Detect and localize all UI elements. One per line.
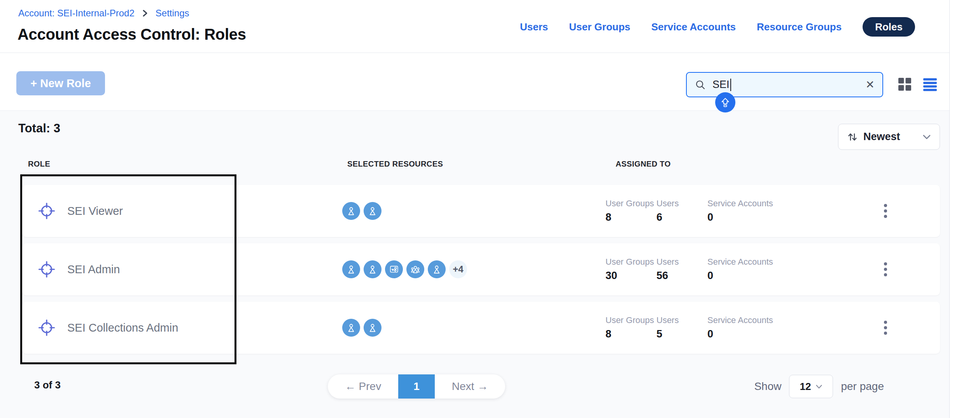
access-control-tabs: Users User Groups Service Accounts Resou… (520, 17, 915, 37)
chevron-down-icon (922, 134, 931, 140)
chevron-down-icon (816, 384, 822, 389)
search-value: SEI (712, 79, 730, 91)
selected-resources-cell (342, 185, 382, 237)
assigned-label: Users (656, 198, 707, 209)
sort-arrows-icon (847, 132, 858, 142)
assigned-value: 6 (656, 211, 707, 223)
group-avatar-icon (406, 260, 424, 278)
role-cell: SEI Collections Admin (38, 302, 178, 354)
user-avatar-icon (342, 319, 360, 337)
next-page-button[interactable]: Next → (435, 374, 505, 399)
sort-dropdown[interactable]: Newest (838, 124, 940, 150)
tab-roles-active[interactable]: Roles (863, 17, 915, 37)
role-target-icon (38, 260, 56, 278)
user-avatar-icon (342, 260, 360, 278)
assigned-label: Service Accounts (707, 315, 797, 325)
assigned-label: Users (656, 257, 707, 267)
breadcrumb: Account: SEI-Internal-Prod2 Settings (18, 8, 189, 19)
new-role-button[interactable]: + New Role (16, 71, 105, 95)
assigned-label: User Groups (606, 315, 656, 325)
page-size-value: 12 (800, 381, 811, 393)
row-menu-kebab-icon[interactable] (874, 243, 897, 295)
resources-avatar-icon (385, 260, 403, 278)
selected-resources-cell (342, 302, 382, 354)
search-input[interactable]: SEI ✕ (686, 72, 883, 97)
tab-user-groups[interactable]: User Groups (569, 21, 630, 33)
row-menu-kebab-icon[interactable] (874, 302, 897, 354)
role-name: SEI Admin (67, 263, 120, 276)
assigned-to-cell: User Groups30 Users56 Service Accounts0 (606, 243, 797, 295)
role-target-icon (38, 319, 56, 337)
column-header-role: ROLE (28, 160, 50, 169)
roles-list-section: Total: 3 Newest ROLE SELECTED RESOURCES … (0, 111, 949, 418)
chevron-right-icon (141, 9, 149, 18)
clear-search-button[interactable]: ✕ (866, 78, 875, 91)
row-menu-kebab-icon[interactable] (874, 185, 897, 237)
upload-badge-icon[interactable] (715, 92, 735, 112)
toolbar: + New Role SEI ✕ (0, 53, 949, 111)
assigned-label: User Groups (606, 198, 656, 209)
role-row[interactable]: SEI Collections Admin User Groups8 Users… (22, 302, 940, 354)
list-view-icon[interactable] (923, 77, 937, 91)
total-count: Total: 3 (18, 121, 60, 135)
assigned-value: 56 (656, 270, 707, 282)
view-toggle (898, 77, 937, 91)
tab-service-accounts[interactable]: Service Accounts (651, 21, 736, 33)
user-avatar-icon (428, 260, 446, 278)
assigned-value: 30 (606, 270, 656, 282)
page-title: Account Access Control: Roles (18, 26, 246, 43)
tab-users[interactable]: Users (520, 21, 548, 33)
grid-view-icon[interactable] (898, 77, 912, 91)
column-header-assigned-to: ASSIGNED TO (616, 160, 671, 169)
pagination: ← Prev 1 Next → (328, 374, 505, 399)
assigned-label: Service Accounts (707, 257, 797, 267)
user-avatar-icon (364, 202, 382, 220)
breadcrumb-account-link[interactable]: Account: SEI-Internal-Prod2 (18, 8, 135, 19)
role-name: SEI Collections Admin (67, 321, 178, 334)
page-header: Account: SEI-Internal-Prod2 Settings Acc… (0, 0, 949, 53)
assigned-value: 0 (707, 211, 797, 223)
tab-resource-groups[interactable]: Resource Groups (757, 21, 842, 33)
role-target-icon (38, 202, 56, 220)
more-avatars-chip[interactable]: +4 (449, 260, 467, 278)
assigned-label: Service Accounts (707, 198, 797, 209)
assigned-to-cell: User Groups8 Users5 Service Accounts0 (606, 302, 797, 354)
search-icon (695, 79, 706, 91)
assigned-value: 5 (656, 328, 707, 340)
assigned-to-cell: User Groups8 Users6 Service Accounts0 (606, 185, 797, 237)
text-caret (730, 79, 731, 91)
user-avatar-icon (342, 202, 360, 220)
page-size-control: Show 12 per page (754, 374, 884, 399)
assigned-label: Users (656, 315, 707, 325)
sort-value: Newest (863, 131, 900, 143)
prev-page-button[interactable]: ← Prev (328, 374, 398, 399)
role-cell: SEI Viewer (38, 185, 123, 237)
selected-resources-cell: +4 (342, 243, 467, 295)
assigned-value: 8 (606, 211, 656, 223)
user-avatar-icon (364, 260, 382, 278)
results-count: 3 of 3 (34, 379, 61, 391)
per-page-label: per page (841, 380, 884, 393)
role-cell: SEI Admin (38, 243, 120, 295)
roles-page: Account: SEI-Internal-Prod2 Settings Acc… (0, 0, 980, 418)
role-row[interactable]: SEI Admin +4 User Groups30 Users56 Servi… (22, 243, 940, 295)
role-row[interactable]: SEI Viewer User Groups8 Users6 Service A… (22, 185, 940, 237)
column-header-selected-resources: SELECTED RESOURCES (347, 160, 443, 169)
assigned-value: 8 (606, 328, 656, 340)
assigned-value: 0 (707, 270, 797, 282)
role-name: SEI Viewer (67, 205, 123, 218)
page-size-select[interactable]: 12 (789, 375, 833, 398)
right-gutter (949, 0, 980, 418)
assigned-label: User Groups (606, 257, 656, 267)
assigned-value: 0 (707, 328, 797, 340)
breadcrumb-settings-link[interactable]: Settings (156, 8, 189, 19)
page-1-button[interactable]: 1 (398, 374, 435, 399)
user-avatar-icon (364, 319, 382, 337)
show-label: Show (754, 380, 781, 393)
